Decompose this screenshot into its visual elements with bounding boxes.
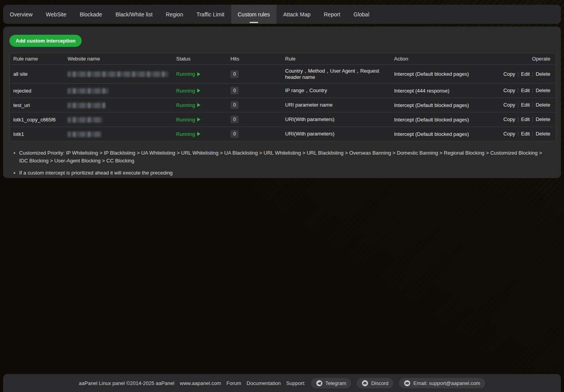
table-row: test_uri Running 0 URI parameter name In… bbox=[10, 98, 556, 112]
waf-custom-rules-page: Overview WebSite Blockade Black/White li… bbox=[0, 0, 564, 392]
tab-black-white-list[interactable]: Black/White list bbox=[109, 5, 159, 24]
copyright-text: aaPanel Linux panel ©2014-2025 aaPanel bbox=[79, 380, 175, 386]
email-icon bbox=[404, 380, 411, 387]
delete-link[interactable]: Delete bbox=[532, 117, 550, 122]
discord-icon bbox=[362, 380, 368, 387]
table-row: all site Running 0 Country，Method，User A… bbox=[10, 64, 556, 83]
rule-cell: Country，Method，User Agent，Request header… bbox=[282, 68, 391, 80]
status-toggle[interactable]: Running bbox=[176, 102, 200, 108]
note-priority-order: Customized Priority: IP Whitelisting > I… bbox=[12, 149, 550, 165]
website-name-redacted bbox=[68, 71, 168, 77]
hits-badge: 0 bbox=[230, 70, 239, 78]
tab-custom-rules[interactable]: Custom rules bbox=[231, 5, 277, 24]
copy-link[interactable]: Copy bbox=[501, 71, 518, 77]
col-header-rule: Rule bbox=[282, 56, 391, 62]
tab-report[interactable]: Report bbox=[317, 5, 347, 24]
documentation-link[interactable]: Documentation bbox=[246, 380, 280, 386]
tab-overview[interactable]: Overview bbox=[3, 5, 39, 24]
rule-name-cell: lotk1 bbox=[10, 131, 64, 137]
hits-badge: 0 bbox=[230, 130, 239, 138]
table-body: all site Running 0 Country，Method，User A… bbox=[10, 64, 556, 141]
telegram-label: Telegram bbox=[325, 380, 346, 386]
support-label: Support: bbox=[286, 380, 305, 386]
col-header-status: Status bbox=[173, 56, 227, 62]
copy-link[interactable]: Copy bbox=[501, 131, 518, 137]
telegram-icon bbox=[316, 380, 323, 387]
action-cell: Intercept (Default blocked pages) bbox=[391, 71, 505, 77]
tab-traffic-limit[interactable]: Traffic Limit bbox=[190, 5, 231, 24]
hits-badge: 0 bbox=[230, 101, 239, 109]
delete-link[interactable]: Delete bbox=[532, 131, 550, 137]
play-icon bbox=[197, 89, 200, 93]
discord-button[interactable]: Discord bbox=[357, 378, 393, 388]
rule-name-cell: test_uri bbox=[10, 102, 64, 108]
action-cell: Intercept (Default blocked pages) bbox=[391, 117, 505, 123]
col-header-rule-name: Rule name bbox=[10, 56, 64, 62]
rule-cell: URI(With parameters) bbox=[282, 131, 391, 137]
footer: aaPanel Linux panel ©2014-2025 aaPanel w… bbox=[3, 374, 561, 392]
col-header-website-name: Website name bbox=[64, 56, 173, 62]
table-header-row: Rule name Website name Status Hits Rule … bbox=[10, 53, 556, 64]
status-toggle[interactable]: Running bbox=[176, 117, 200, 123]
edit-link[interactable]: Edit bbox=[518, 88, 532, 93]
delete-link[interactable]: Delete bbox=[532, 88, 550, 93]
tab-global[interactable]: Global bbox=[347, 5, 376, 24]
note-execution: If a custom intercept is prioritized ahe… bbox=[12, 169, 550, 177]
play-icon bbox=[197, 118, 200, 121]
rule-cell: URI parameter name bbox=[282, 102, 391, 108]
aapanel-site-link[interactable]: www.aapanel.com bbox=[180, 380, 221, 386]
rule-name-cell: rejected bbox=[10, 88, 64, 94]
copy-link[interactable]: Copy bbox=[501, 117, 518, 122]
tab-website[interactable]: WebSite bbox=[39, 5, 73, 24]
forum-link[interactable]: Forum bbox=[227, 380, 241, 386]
rule-cell: IP range，Country bbox=[282, 87, 391, 94]
col-header-hits: Hits bbox=[227, 56, 282, 62]
rule-name-cell: all site bbox=[10, 71, 64, 77]
discord-label: Discord bbox=[371, 380, 388, 386]
priority-notes: Customized Priority: IP Whitelisting > I… bbox=[12, 149, 555, 177]
play-icon bbox=[197, 132, 200, 136]
action-cell: Intercept (444 response) bbox=[391, 88, 505, 94]
website-name-redacted bbox=[68, 132, 102, 137]
table-row: lotk1_copy_c665f6 Running 0 URI(With par… bbox=[10, 112, 556, 127]
table-row: lotk1 Running 0 URI(With parameters) Int… bbox=[10, 127, 556, 141]
rule-cell: URI(With parameters) bbox=[282, 116, 391, 123]
delete-link[interactable]: Delete bbox=[532, 71, 550, 77]
add-custom-interception-button[interactable]: Add custom interception bbox=[9, 35, 82, 47]
action-cell: Intercept (Default blocked pages) bbox=[391, 102, 505, 108]
edit-link[interactable]: Edit bbox=[518, 131, 532, 137]
edit-link[interactable]: Edit bbox=[518, 71, 532, 77]
hits-badge: 0 bbox=[230, 116, 239, 123]
table-row: rejected Running 0 IP range，Country Inte… bbox=[10, 83, 556, 98]
play-icon bbox=[197, 72, 200, 76]
play-icon bbox=[197, 103, 200, 107]
col-header-action: Action bbox=[391, 56, 505, 62]
website-name-redacted bbox=[68, 103, 105, 108]
copy-link[interactable]: Copy bbox=[501, 88, 518, 93]
delete-link[interactable]: Delete bbox=[532, 102, 550, 108]
col-header-operate: Operate bbox=[505, 56, 556, 62]
website-name-redacted bbox=[68, 88, 109, 94]
status-toggle[interactable]: Running bbox=[176, 131, 200, 137]
top-navigation: Overview WebSite Blockade Black/White li… bbox=[3, 5, 561, 24]
website-name-redacted bbox=[68, 117, 103, 123]
rule-name-cell: lotk1_copy_c665f6 bbox=[10, 117, 64, 123]
action-cell: Intercept (Default blocked pages) bbox=[391, 131, 505, 137]
edit-link[interactable]: Edit bbox=[518, 117, 532, 122]
tab-blockade[interactable]: Blockade bbox=[73, 5, 109, 24]
status-toggle[interactable]: Running bbox=[176, 88, 200, 94]
edit-link[interactable]: Edit bbox=[518, 102, 532, 108]
custom-rules-panel: Add custom interception Rule name Websit… bbox=[3, 27, 561, 178]
email-button[interactable]: Email: support@aapanel.com bbox=[399, 378, 485, 388]
tab-attack-map[interactable]: Attack Map bbox=[277, 5, 317, 24]
email-label: Email: support@aapanel.com bbox=[413, 380, 480, 386]
telegram-button[interactable]: Telegram bbox=[311, 378, 351, 388]
copy-link[interactable]: Copy bbox=[501, 102, 518, 108]
hits-badge: 0 bbox=[230, 87, 239, 94]
status-toggle[interactable]: Running bbox=[176, 71, 200, 77]
tab-region[interactable]: Region bbox=[159, 5, 190, 24]
rules-table: Rule name Website name Status Hits Rule … bbox=[9, 53, 556, 141]
